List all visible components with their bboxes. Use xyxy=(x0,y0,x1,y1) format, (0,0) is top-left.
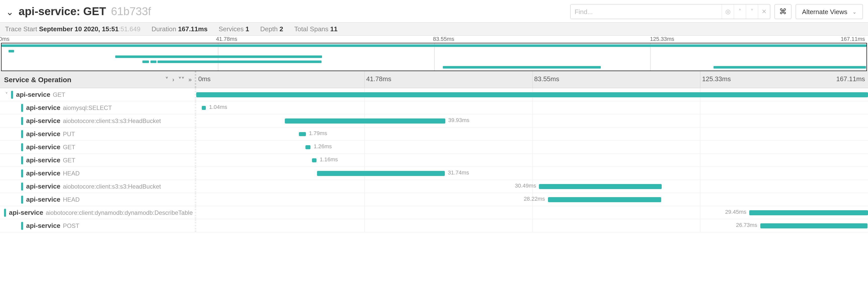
span-bar[interactable] xyxy=(749,210,868,215)
track-gridline xyxy=(700,141,701,153)
track-gridline xyxy=(700,167,701,180)
span-operation-name: aiobotocore:client:s3:s3:HeadBucket xyxy=(63,117,161,124)
span-service-name: api-service xyxy=(26,143,60,151)
expand-all-icon[interactable]: » xyxy=(188,76,192,83)
span-label[interactable]: api-serviceaiobotocore:client:s3:s3:Head… xyxy=(0,114,196,127)
span-duration-label: 1.16ms xyxy=(320,156,338,162)
alternate-views-label: Alternate Views xyxy=(802,8,847,16)
collapse-caret-icon[interactable]: ⌄ xyxy=(4,6,16,18)
timeline-column-header: Service & Operation ˅ › ˅˅ » 0ms41.78ms8… xyxy=(0,71,868,88)
trace-info-bar: Trace Start September 10 2020, 15:51:51.… xyxy=(0,23,868,36)
span-label[interactable]: api-serviceaiobotocore:client:dynamodb:d… xyxy=(0,206,196,219)
span-row[interactable]: api-serviceHEAD28.22ms xyxy=(0,193,868,206)
span-label[interactable]: api-serviceHEAD xyxy=(0,193,196,206)
span-track[interactable]: 26.73ms xyxy=(196,219,868,232)
span-row[interactable]: ˅api-serviceGET xyxy=(0,88,868,101)
span-row[interactable]: api-serviceaiobotocore:client:s3:s3:Head… xyxy=(0,114,868,128)
timeline-ruler: 0ms41.78ms83.55ms125.33ms167.11ms xyxy=(196,71,868,88)
span-label[interactable]: api-serviceaiobotocore:client:s3:s3:Head… xyxy=(0,180,196,193)
info-depth: Depth 2 xyxy=(260,25,283,33)
expand-one-icon[interactable]: › xyxy=(172,76,174,83)
span-bar[interactable] xyxy=(306,145,311,149)
span-row[interactable]: api-servicePOST26.73ms xyxy=(0,219,868,232)
span-duration-label: 28.22ms xyxy=(524,196,545,202)
service-color-chip xyxy=(21,169,23,177)
span-operation-name: aiomysql:SELECT xyxy=(63,104,112,111)
track-gridline xyxy=(532,154,533,166)
span-track[interactable]: 29.45ms xyxy=(196,206,868,219)
trace-header: ⌄ api-service: GET 61b733f ◎ ˄ ˅ ✕ ⌘ Alt… xyxy=(0,0,868,23)
minimap-span-bar xyxy=(9,50,14,52)
service-color-chip xyxy=(21,222,23,230)
find-input[interactable] xyxy=(570,4,721,19)
track-gridline xyxy=(700,193,701,206)
trace-title-wrap: ⌄ api-service: GET 61b733f xyxy=(4,5,151,18)
span-row[interactable]: api-serviceGET1.26ms xyxy=(0,141,868,154)
span-operation-name: aiobotocore:client:dynamodb:dynamodb:Des… xyxy=(46,209,193,216)
span-label[interactable]: api-servicePUT xyxy=(0,128,196,140)
span-row[interactable]: api-serviceGET1.16ms xyxy=(0,154,868,167)
tree-controls: ˅ › ˅˅ » xyxy=(165,76,192,83)
track-gridline xyxy=(364,154,365,166)
minimap-gridline xyxy=(434,43,434,71)
span-row[interactable]: api-serviceaiobotocore:client:s3:s3:Head… xyxy=(0,180,868,193)
keyboard-shortcut-button[interactable]: ⌘ xyxy=(774,4,792,19)
span-bar[interactable] xyxy=(299,132,306,136)
trace-title: api-service: GET xyxy=(19,5,106,18)
find-clear-icon[interactable]: ✕ xyxy=(758,4,770,19)
span-duration-label: 30.49ms xyxy=(515,183,536,189)
span-row[interactable]: api-serviceaiomysql:SELECT1.04ms xyxy=(0,101,868,114)
track-gridline xyxy=(700,128,701,140)
service-color-chip xyxy=(4,209,6,217)
span-track[interactable]: 30.49ms xyxy=(196,180,868,193)
trace-id: 61b733f xyxy=(111,5,151,18)
alternate-views-button[interactable]: Alternate Views ⌄ xyxy=(796,4,863,19)
collapse-all-icon[interactable]: ˅˅ xyxy=(178,76,184,83)
span-label[interactable]: api-serviceGET xyxy=(0,154,196,166)
span-track[interactable]: 39.93ms xyxy=(196,114,868,127)
find-locate-icon[interactable]: ◎ xyxy=(721,4,734,19)
span-label[interactable]: ˅api-serviceGET xyxy=(0,88,196,101)
span-row[interactable]: api-serviceaiobotocore:client:dynamodb:d… xyxy=(0,206,868,219)
span-operation-name: GET xyxy=(63,157,75,164)
span-row[interactable]: api-servicePUT1.79ms xyxy=(0,128,868,141)
service-color-chip xyxy=(21,182,23,190)
span-operation-name: GET xyxy=(63,143,75,150)
span-track[interactable]: 31.74ms xyxy=(196,167,868,180)
span-bar[interactable] xyxy=(285,118,445,124)
span-label[interactable]: api-serviceaiomysql:SELECT xyxy=(0,101,196,114)
span-operation-name: PUT xyxy=(63,130,75,137)
span-bar[interactable] xyxy=(202,106,206,110)
span-operation-name: GET xyxy=(53,91,65,98)
find-next-icon[interactable]: ˅ xyxy=(746,4,758,19)
track-gridline xyxy=(700,154,701,166)
span-bar[interactable] xyxy=(196,92,868,97)
span-bar[interactable] xyxy=(317,171,445,176)
span-label[interactable]: api-serviceGET xyxy=(0,141,196,153)
span-bar[interactable] xyxy=(548,197,661,202)
span-duration-label: 29.45ms xyxy=(725,209,746,215)
span-track[interactable]: 28.22ms xyxy=(196,193,868,206)
span-row[interactable]: api-serviceHEAD31.74ms xyxy=(0,167,868,180)
ruler-tick-label: 167.11ms xyxy=(836,75,865,83)
span-track[interactable]: 1.04ms xyxy=(196,101,868,114)
span-bar[interactable] xyxy=(760,223,868,228)
span-track[interactable]: 1.26ms xyxy=(196,141,868,153)
span-track[interactable] xyxy=(196,88,868,101)
span-label[interactable]: api-serviceHEAD xyxy=(0,167,196,180)
span-bar[interactable] xyxy=(539,184,662,189)
span-track[interactable]: 1.16ms xyxy=(196,154,868,166)
ruler-gridline xyxy=(364,71,365,88)
trace-minimap[interactable]: 0ms41.78ms83.55ms125.33ms167.11ms xyxy=(0,36,868,71)
minimap-tick-label: 0ms xyxy=(0,36,9,42)
minimap-canvas[interactable] xyxy=(1,43,867,71)
span-label[interactable]: api-servicePOST xyxy=(0,219,196,232)
span-bar[interactable] xyxy=(312,158,317,162)
find-prev-icon[interactable]: ˄ xyxy=(734,4,746,19)
span-track[interactable]: 1.79ms xyxy=(196,128,868,140)
track-gridline xyxy=(364,219,365,232)
track-gridline xyxy=(700,206,701,219)
collapse-one-icon[interactable]: ˅ xyxy=(165,76,168,83)
span-service-name: api-service xyxy=(26,130,60,138)
span-toggle-caret-icon[interactable]: ˅ xyxy=(3,92,10,97)
